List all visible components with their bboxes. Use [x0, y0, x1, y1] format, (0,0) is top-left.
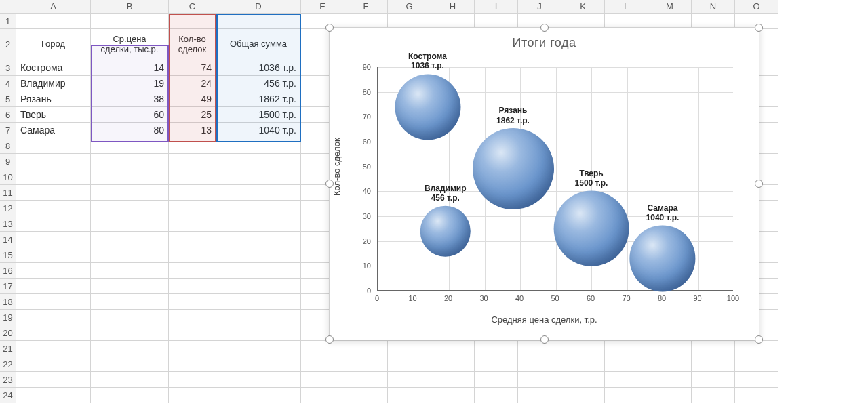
cell[interactable]	[216, 388, 301, 403]
cell[interactable]	[561, 388, 605, 403]
cell[interactable]	[169, 247, 216, 263]
cell[interactable]	[16, 263, 91, 279]
cell[interactable]	[16, 372, 91, 388]
cell[interactable]	[431, 372, 475, 388]
cell[interactable]	[91, 216, 169, 232]
cell[interactable]	[169, 232, 216, 247]
cell[interactable]	[91, 14, 169, 29]
cell[interactable]	[91, 169, 169, 185]
row-header-10[interactable]: 10	[0, 169, 16, 185]
cell[interactable]	[216, 294, 301, 310]
row-header-20[interactable]: 20	[0, 325, 16, 341]
cell[interactable]	[169, 356, 216, 372]
col-header-G[interactable]: G	[388, 0, 431, 14]
row-header-19[interactable]: 19	[0, 310, 16, 325]
bubble-point[interactable]	[629, 226, 695, 291]
cell[interactable]	[605, 341, 648, 356]
cell[interactable]	[91, 372, 169, 388]
cell[interactable]	[16, 356, 91, 372]
cell[interactable]	[16, 341, 91, 356]
cell[interactable]	[91, 356, 169, 372]
cell[interactable]	[735, 388, 778, 403]
cell[interactable]	[561, 341, 605, 356]
cell[interactable]	[91, 185, 169, 201]
header-city[interactable]: Город	[16, 29, 91, 60]
chart-handle[interactable]	[326, 180, 334, 188]
row-header-18[interactable]: 18	[0, 294, 16, 310]
col-header-A[interactable]: A	[16, 0, 91, 14]
cell[interactable]	[692, 388, 735, 403]
cell[interactable]	[735, 372, 778, 388]
col-header-F[interactable]: F	[344, 0, 388, 14]
deals-cell[interactable]: 24	[169, 76, 216, 91]
cell[interactable]	[648, 388, 692, 403]
row-header-24[interactable]: 24	[0, 388, 16, 403]
cell[interactable]	[475, 372, 518, 388]
city-cell[interactable]: Рязань	[16, 91, 91, 107]
total-cell[interactable]: 456 т.р.	[216, 76, 301, 91]
cell[interactable]	[216, 372, 301, 388]
bubble-point[interactable]	[554, 191, 629, 266]
row-header-11[interactable]: 11	[0, 185, 16, 201]
cell[interactable]	[216, 263, 301, 279]
col-header-N[interactable]: N	[692, 0, 735, 14]
cell[interactable]	[169, 154, 216, 169]
cell[interactable]	[216, 341, 301, 356]
price-cell[interactable]: 80	[91, 123, 169, 138]
city-cell[interactable]: Тверь	[16, 107, 91, 123]
total-cell[interactable]: 1040 т.р.	[216, 123, 301, 138]
chart-handle[interactable]	[326, 24, 334, 32]
cell[interactable]	[16, 185, 91, 201]
cell[interactable]	[16, 138, 91, 154]
row-header-16[interactable]: 16	[0, 263, 16, 279]
bubble-point[interactable]	[473, 128, 554, 209]
row-header-8[interactable]: 8	[0, 138, 16, 154]
row-header-4[interactable]: 4	[0, 76, 16, 91]
cell[interactable]	[605, 356, 648, 372]
cell[interactable]	[216, 169, 301, 185]
cell[interactable]	[16, 325, 91, 341]
cell[interactable]	[16, 201, 91, 216]
cell[interactable]	[648, 372, 692, 388]
cell[interactable]	[16, 154, 91, 169]
bubble-point[interactable]	[395, 74, 460, 140]
row-header-2[interactable]: 2	[0, 29, 16, 60]
cell[interactable]	[605, 388, 648, 403]
cell[interactable]	[388, 372, 431, 388]
price-cell[interactable]: 19	[91, 76, 169, 91]
row-header-3[interactable]: 3	[0, 60, 16, 76]
cell[interactable]	[344, 341, 388, 356]
row-header-23[interactable]: 23	[0, 372, 16, 388]
cell[interactable]	[692, 372, 735, 388]
deals-cell[interactable]: 74	[169, 60, 216, 76]
chart-handle[interactable]	[540, 24, 549, 32]
cell[interactable]	[169, 279, 216, 294]
cell[interactable]	[169, 388, 216, 403]
cell[interactable]	[91, 138, 169, 154]
row-header-14[interactable]: 14	[0, 232, 16, 247]
cell[interactable]	[216, 232, 301, 247]
cell[interactable]	[388, 341, 431, 356]
cell[interactable]	[216, 310, 301, 325]
cell[interactable]	[91, 154, 169, 169]
cell[interactable]	[518, 372, 561, 388]
cell[interactable]	[388, 388, 431, 403]
cell[interactable]	[692, 356, 735, 372]
cell[interactable]	[169, 294, 216, 310]
cell[interactable]	[169, 138, 216, 154]
row-header-7[interactable]: 7	[0, 123, 16, 138]
col-header-K[interactable]: K	[561, 0, 605, 14]
price-cell[interactable]: 60	[91, 107, 169, 123]
cell[interactable]	[388, 356, 431, 372]
cell[interactable]	[344, 388, 388, 403]
cell[interactable]	[169, 372, 216, 388]
chart-handle[interactable]	[755, 335, 763, 344]
cell[interactable]	[91, 310, 169, 325]
cell[interactable]	[16, 169, 91, 185]
cell[interactable]	[216, 216, 301, 232]
col-header-C[interactable]: C	[169, 0, 216, 14]
cell[interactable]	[91, 294, 169, 310]
cell[interactable]	[91, 341, 169, 356]
city-cell[interactable]: Самара	[16, 123, 91, 138]
cell[interactable]	[301, 341, 344, 356]
